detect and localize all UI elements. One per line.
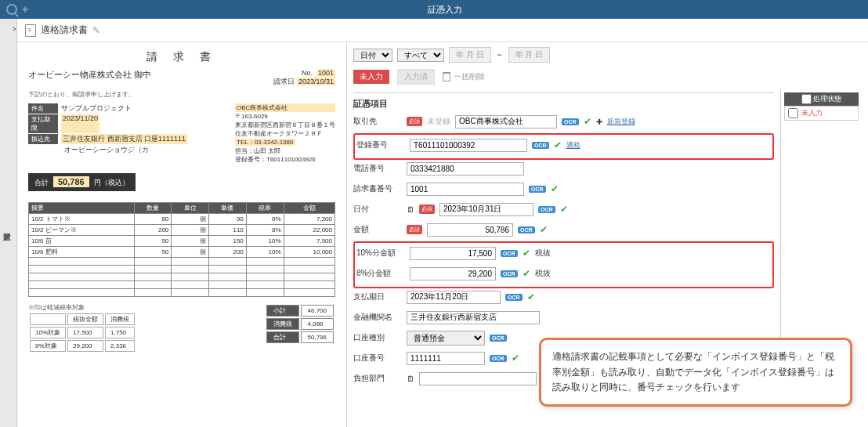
filter-all[interactable]: すべて [397, 49, 444, 62]
amount8-input[interactable] [410, 267, 496, 280]
tax-rate-table: 税抜金額消費税10%対象17,5001,7508%対象29,2002,336 [28, 312, 136, 353]
side-tab-label: 対象選択 [2, 25, 13, 427]
issuer-name: OBC商事株式会社 [235, 103, 335, 112]
accttype-select[interactable]: 普通預金 [407, 331, 485, 346]
doc-title: 適格請求書 [41, 24, 88, 37]
new-register-link[interactable]: 新規登録 [607, 117, 635, 127]
plus-icon[interactable]: ✚ [596, 118, 602, 126]
filter-date-type[interactable]: 日付 [353, 49, 392, 62]
paydate-input[interactable] [407, 291, 501, 304]
invoice-total: 合計 50,786 円（税込） [28, 173, 136, 191]
document-icon [25, 24, 36, 37]
amount10-input[interactable] [410, 247, 496, 260]
invno-input[interactable] [407, 183, 524, 196]
bank-input[interactable] [407, 311, 540, 324]
titlebar: + 証憑入力 [0, 0, 868, 19]
tel-input[interactable] [407, 162, 524, 176]
search-icon[interactable] [6, 4, 17, 15]
tab-done[interactable]: 入力済 [397, 69, 435, 85]
bulk-delete[interactable]: 一括削除 [443, 71, 485, 82]
dept-input[interactable] [419, 372, 537, 385]
invoice-date: 2023/10/31 [297, 78, 335, 85]
invoice-recipient: オービーシー物産株式会社 御中 [28, 69, 151, 87]
status-check-all[interactable] [801, 94, 812, 104]
app-title: 証憑入力 [28, 4, 862, 16]
partner-input[interactable] [455, 115, 557, 128]
date-input[interactable] [439, 203, 533, 216]
main: > 対象選択 適格請求書 ✎ 請 求 書 オービーシー物産株式会社 御中 No.… [0, 19, 868, 427]
acctno-input[interactable] [407, 352, 485, 365]
date-from[interactable]: 年 月 日 [449, 47, 491, 63]
collapse-icon[interactable]: > [13, 25, 16, 33]
date-to[interactable]: 年 月 日 [508, 47, 551, 63]
add-icon[interactable]: + [22, 3, 28, 16]
invoice-title: 請 求 書 [28, 50, 335, 64]
edit-icon[interactable]: ✎ [92, 25, 100, 36]
amount-input[interactable] [427, 223, 513, 237]
invoice-preview: 請 求 書 オービーシー物産株式会社 御中 No. 1001 請求日 2023/… [17, 42, 346, 427]
form-section-title: 証憑項目 [353, 92, 774, 110]
callout: 適格請求書の記載事項として必要な「インボイス登録番号」と「税率別金額」も読み取り… [539, 338, 852, 407]
regno-input[interactable] [410, 139, 527, 152]
regno-valid-link[interactable]: 適格 [566, 140, 580, 150]
trash-icon [443, 72, 450, 81]
summary-table: 小計46,700消費税4,086合計50,786 [265, 303, 335, 345]
invoice-line-table: 摘要数量単位単価税率金額 10/2 トマト※80個908%7,20010/2 ピ… [28, 202, 335, 297]
side-tab[interactable]: > 対象選択 [0, 19, 17, 427]
status-row[interactable]: 未入力 [784, 106, 859, 121]
invoice-no: 1001 [316, 69, 335, 77]
doc-header: 適格請求書 ✎ [17, 19, 868, 42]
tab-pending[interactable]: 未入力 [353, 70, 389, 84]
